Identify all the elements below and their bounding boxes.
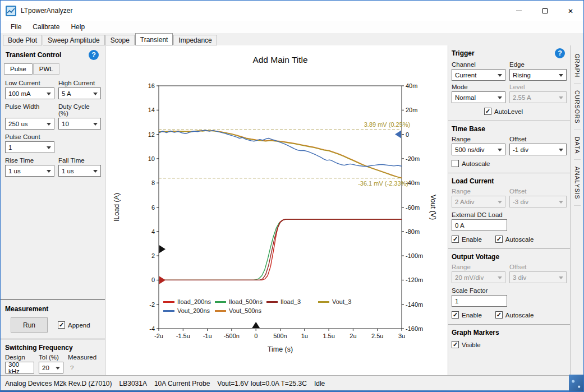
range-label: Range bbox=[452, 185, 505, 196]
trigger-channel-select[interactable]: Current bbox=[452, 69, 505, 81]
external-dc-load-input[interactable]: 0 A bbox=[452, 219, 507, 231]
svg-text:40m: 40m bbox=[406, 82, 417, 89]
markers-visible-checkbox[interactable]: Visible bbox=[452, 341, 481, 348]
right-axis-label: Vout (V) bbox=[429, 195, 437, 220]
minimize-button[interactable] bbox=[506, 1, 532, 21]
output-voltage-offset-select: 3 div bbox=[509, 271, 567, 283]
high-current-select[interactable]: 5 A bbox=[58, 87, 101, 99]
status-board: LB3031A bbox=[119, 380, 147, 388]
checkbox-box bbox=[495, 236, 503, 243]
svg-text:-1.5u: -1.5u bbox=[176, 333, 190, 339]
svg-text:500n: 500n bbox=[273, 333, 287, 339]
svg-text:-4: -4 bbox=[149, 325, 155, 332]
chart-legend: Iload_200nsIload_500nsIload_3Vout_3Vout_… bbox=[163, 298, 376, 314]
graph-markers-title: Graph Markers bbox=[452, 329, 499, 336]
offset-label: Offset bbox=[509, 133, 567, 144]
svg-text:-2u: -2u bbox=[154, 333, 163, 339]
scale-factor-input[interactable]: 1 bbox=[452, 295, 507, 307]
load-current-title: Load Current bbox=[452, 177, 494, 185]
chevron-down-icon bbox=[47, 123, 51, 126]
status-device: Analog Devices M2k Rev.D (Z7010) bbox=[5, 380, 112, 388]
svg-text:0: 0 bbox=[151, 276, 155, 283]
side-tab-data[interactable]: DATA bbox=[574, 131, 581, 160]
status-state: Idle bbox=[314, 380, 325, 388]
low-current-select[interactable]: 100 mA bbox=[5, 87, 54, 99]
pulse-width-select[interactable]: 250 us bbox=[5, 118, 54, 130]
measurement-title: Measurement bbox=[5, 305, 48, 313]
trigger-mode-select[interactable]: Normal bbox=[452, 91, 505, 103]
chart-area: -2u-1.5u-1u-500n0500n1u1.5u2u2.5u3u16141… bbox=[105, 45, 448, 375]
legend-item: Iload_3 bbox=[266, 298, 316, 305]
tab-transient[interactable]: Transient bbox=[135, 33, 173, 45]
legend-swatch bbox=[163, 301, 174, 303]
time-base-autoscale-checkbox[interactable]: Autoscale bbox=[452, 160, 490, 167]
tab-pulse[interactable]: Pulse bbox=[4, 63, 33, 75]
tab-pwl[interactable]: PWL bbox=[33, 63, 59, 75]
time-base-offset-select[interactable]: -1 div bbox=[509, 144, 567, 155]
help-icon[interactable] bbox=[89, 50, 99, 60]
transient-control-title: Transient Control bbox=[6, 51, 61, 59]
load-current-autoscale-checkbox[interactable]: Autoscale bbox=[495, 236, 534, 243]
help-icon[interactable] bbox=[555, 48, 565, 58]
output-voltage-autoscale-checkbox[interactable]: Autoscale bbox=[495, 311, 534, 319]
tab-impedance[interactable]: Impedance bbox=[173, 35, 217, 45]
pulse-width-label: Pulse Width bbox=[5, 99, 54, 118]
side-tab-cursors[interactable]: CURSORS bbox=[574, 85, 581, 130]
legend-label: Vout_500ns bbox=[229, 307, 261, 314]
design-frequency-input[interactable]: 300 kHz bbox=[5, 362, 34, 373]
left-axis-label: ILoad (A) bbox=[113, 193, 121, 222]
append-checkbox[interactable]: Append bbox=[58, 321, 90, 329]
side-tab-analysis[interactable]: ANALYSIS bbox=[574, 161, 581, 206]
load-current-enable-checkbox[interactable]: Enable bbox=[452, 236, 482, 243]
menu-help[interactable]: Help bbox=[65, 21, 90, 33]
pulse-count-label: Pulse Count bbox=[5, 130, 54, 141]
close-button[interactable] bbox=[558, 1, 583, 21]
duty-cycle-select[interactable]: 10 bbox=[58, 118, 101, 130]
tol-label: Tol (%) bbox=[39, 354, 68, 361]
legend-swatch bbox=[163, 310, 174, 312]
svg-text:12: 12 bbox=[148, 131, 155, 138]
output-voltage-enable-checkbox[interactable]: Enable bbox=[452, 311, 482, 319]
checkbox-box bbox=[452, 160, 459, 167]
rise-time-select[interactable]: 1 us bbox=[5, 165, 54, 177]
chart-title[interactable]: Add Main Title bbox=[159, 55, 402, 65]
chevron-down-icon bbox=[498, 149, 502, 151]
menu-file[interactable]: File bbox=[5, 21, 27, 33]
chevron-down-icon bbox=[559, 149, 563, 151]
fall-time-select[interactable]: 1 us bbox=[58, 165, 101, 177]
legend-item: Iload_500ns bbox=[215, 298, 264, 305]
time-base-range-select[interactable]: 500 ns/div bbox=[452, 144, 505, 155]
transient-chart[interactable]: -2u-1.5u-1u-500n0500n1u1.5u2u2.5u3u16141… bbox=[105, 45, 448, 375]
graph-markers-section: Graph Markers Visible bbox=[448, 324, 570, 349]
legend-label: Iload_3 bbox=[280, 298, 301, 305]
pulse-mode-tabs: Pulse PWL bbox=[1, 63, 105, 75]
tab-scope[interactable]: Scope bbox=[105, 35, 135, 45]
external-dc-load-label: External DC Load bbox=[448, 207, 570, 219]
checkbox-box bbox=[452, 311, 459, 319]
time-base-title: Time Base bbox=[452, 125, 485, 133]
transient-control-panel: Transient Control Pulse PWL Low Current … bbox=[1, 45, 105, 375]
run-button[interactable]: Run bbox=[11, 317, 48, 333]
trigger-edge-select[interactable]: Rising bbox=[509, 69, 567, 81]
pulse-count-select[interactable]: 1 bbox=[5, 141, 54, 153]
autolevel-checkbox[interactable]: AutoLevel bbox=[484, 108, 523, 115]
range-label: Range bbox=[452, 133, 505, 144]
chevron-down-icon bbox=[56, 367, 60, 370]
level-label: Level bbox=[509, 81, 567, 91]
trigger-title: Trigger bbox=[452, 49, 475, 57]
chevron-down-icon bbox=[498, 74, 502, 77]
fall-time-label: Fall Time bbox=[58, 153, 101, 165]
ref-annotation: -36.1 mV (-2.33%) bbox=[358, 180, 408, 187]
side-tab-graph[interactable]: GRAPH bbox=[574, 48, 581, 84]
svg-text:-500n: -500n bbox=[224, 333, 240, 339]
tab-bode-plot[interactable]: Bode Plot bbox=[3, 35, 42, 45]
main-area: Transient Control Pulse PWL Low Current … bbox=[1, 45, 583, 375]
menu-calibrate[interactable]: Calibrate bbox=[27, 21, 65, 33]
svg-text:1.5u: 1.5u bbox=[323, 333, 334, 339]
svg-text:1u: 1u bbox=[301, 333, 308, 339]
tab-sweep-amplitude[interactable]: Sweep Amplitude bbox=[43, 35, 105, 45]
svg-text:-1u: -1u bbox=[203, 333, 212, 339]
tolerance-select[interactable]: 20 bbox=[39, 362, 63, 373]
maximize-button[interactable] bbox=[532, 1, 558, 21]
legend-label: Iload_200ns bbox=[177, 298, 211, 305]
